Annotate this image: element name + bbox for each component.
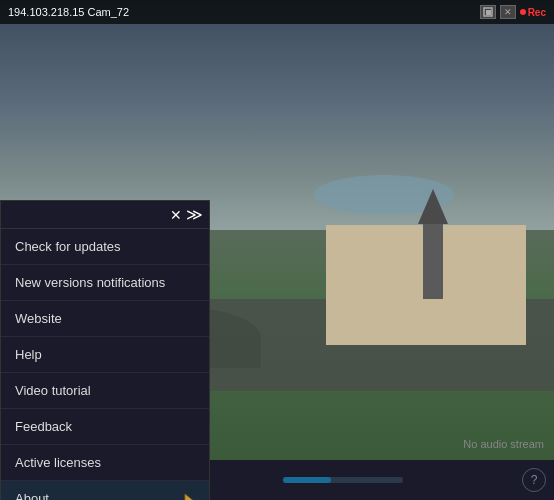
dropdown-menu: ✕ ≫ Check for updates New versions notif… [0,200,210,500]
menu-item-check-updates[interactable]: Check for updates [1,229,209,265]
top-bar: 194.103.218.15 Cam_72 ✕ Rec [0,0,554,24]
bottom-center [168,477,518,483]
camera-title: 194.103.218.15 Cam_72 [8,6,480,18]
menu-close-button[interactable]: ✕ [170,208,182,222]
menu-item-feedback[interactable]: Feedback [1,409,209,445]
help-button[interactable]: ? [522,468,546,492]
menu-item-about[interactable]: About [1,481,209,500]
close-button[interactable]: ✕ [500,5,516,19]
rec-badge: Rec [520,7,546,18]
maximize-button[interactable] [480,5,496,19]
menu-item-help[interactable]: Help [1,337,209,373]
rec-dot [520,9,526,15]
svg-rect-1 [486,10,491,15]
menu-item-website[interactable]: Website [1,301,209,337]
cursor-icon [181,492,201,500]
menu-header: ✕ ≫ [1,201,209,229]
progress-bar [283,477,403,483]
menu-item-active-licenses[interactable]: Active licenses [1,445,209,481]
svg-marker-2 [185,494,196,500]
menu-chevrons-icon: ≫ [186,205,203,224]
progress-fill [283,477,331,483]
church [423,219,443,299]
menu-item-new-versions[interactable]: New versions notifications [1,265,209,301]
top-controls: ✕ Rec [480,5,546,19]
help-icon: ? [531,473,538,487]
no-audio-label: No audio stream [463,438,544,450]
menu-item-video-tutorial[interactable]: Video tutorial [1,373,209,409]
rec-label: Rec [528,7,546,18]
